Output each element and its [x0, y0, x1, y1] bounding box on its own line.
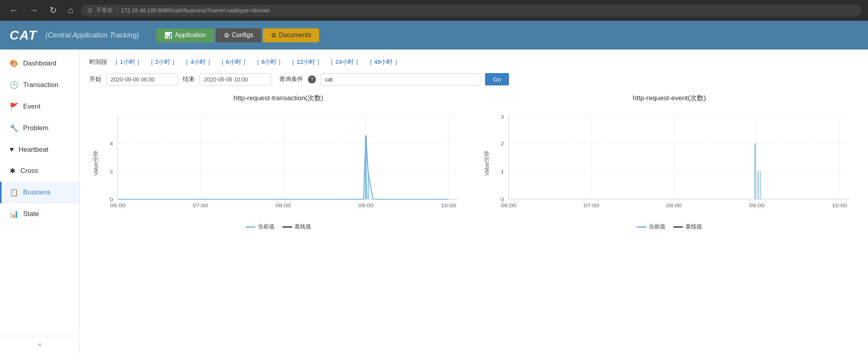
- search-input[interactable]: [321, 73, 480, 85]
- security-icon: 🛈: [87, 7, 93, 14]
- svg-text:06:00: 06:00: [110, 202, 126, 208]
- end-label: 结束: [183, 75, 195, 83]
- sidebar: 🎨 Dashboard 🕐 Transaction 🚩 Event 🔧 Prob…: [0, 50, 80, 353]
- browser-chrome: ← → ↻ ⌂ 🛈 不安全 | 172.16.48.185:8080/cat/r…: [0, 0, 868, 21]
- end-input[interactable]: [199, 73, 271, 85]
- legend1-current-label: 当前值: [258, 223, 274, 230]
- reload-button[interactable]: ↻: [46, 4, 60, 17]
- svg-text:07:00: 07:00: [584, 202, 599, 208]
- svg-text:0: 0: [501, 196, 504, 202]
- nav-documents[interactable]: ⚙ Documents: [263, 28, 319, 42]
- time-link-24h[interactable]: ［ 24小时 ］: [326, 58, 363, 67]
- svg-text:10:00: 10:00: [832, 202, 847, 208]
- chart1-svg: 0 2 4 Value/分钟 06:00 07:00 08:00 09:00 1…: [89, 107, 468, 219]
- legend2-current-line: [637, 226, 646, 228]
- documents-icon: ⚙: [271, 32, 276, 39]
- svg-rect-43: [760, 171, 761, 199]
- home-button[interactable]: ⌂: [65, 4, 76, 17]
- chart1-title: http-request-transaction(次数): [89, 93, 468, 103]
- chart2-legend: 当前值 基线值: [480, 223, 858, 230]
- legend1-current: 当前值: [246, 223, 274, 230]
- time-link-48h[interactable]: ［ 48小时 ］: [365, 58, 402, 67]
- legend2-current-label: 当前值: [649, 223, 665, 230]
- sidebar-item-event[interactable]: 🚩 Event: [0, 96, 79, 117]
- content-area: 时间段 ［ 1小时 ］ ［ 2小时 ］ ［ 4小时 ］ ［ 6小时 ］ ［ 8小…: [80, 50, 868, 353]
- nav-application[interactable]: 📊 Application: [156, 28, 214, 42]
- sidebar-item-business[interactable]: 📋 Business: [0, 182, 79, 203]
- sidebar-label-event: Event: [23, 103, 40, 111]
- svg-text:08:00: 08:00: [276, 202, 291, 208]
- svg-text:07:00: 07:00: [193, 202, 208, 208]
- dashboard-icon: 🎨: [10, 59, 18, 68]
- chart2-svg: 0 1 2 3 Value/分钟 06:00 07:00 08:00 09:00…: [480, 107, 858, 219]
- state-icon: 📊: [10, 210, 18, 218]
- time-link-1h[interactable]: ［ 1小时 ］: [110, 58, 144, 67]
- svg-text:Value/分钟: Value/分钟: [483, 151, 490, 175]
- legend1-baseline: 基线值: [282, 223, 311, 230]
- svg-text:09:00: 09:00: [749, 202, 765, 208]
- sidebar-item-dashboard[interactable]: 🎨 Dashboard: [0, 53, 79, 74]
- legend1-baseline-label: 基线值: [294, 223, 311, 230]
- event-icon: 🚩: [10, 102, 18, 111]
- svg-text:3: 3: [501, 114, 504, 120]
- svg-text:2: 2: [110, 169, 113, 175]
- sidebar-label-dashboard: Dashboard: [23, 59, 56, 67]
- chart1-legend: 当前值 基线值: [89, 223, 468, 230]
- sidebar-item-problem[interactable]: 🔧 Problem: [0, 117, 79, 139]
- sidebar-label-problem: Problem: [23, 124, 48, 132]
- svg-text:06:00: 06:00: [501, 202, 517, 208]
- application-icon: 📊: [164, 32, 172, 39]
- sidebar-item-state[interactable]: 📊 State: [0, 203, 79, 225]
- app-header: CAT (Central Application Tracking) 📊 App…: [0, 21, 868, 50]
- time-link-6h[interactable]: ［ 6小时 ］: [217, 58, 251, 67]
- chart-event: http-request-event(次数) 0 1: [480, 93, 858, 230]
- chart2-title: http-request-event(次数): [480, 93, 858, 103]
- application-label: Application: [175, 32, 206, 39]
- url-bar[interactable]: 🛈 不安全 | 172.16.48.185:8080/cat/r/busines…: [81, 4, 862, 16]
- time-period-label: 时间段: [89, 58, 107, 66]
- svg-text:0: 0: [110, 196, 113, 202]
- sidebar-label-state: State: [23, 210, 39, 218]
- heartbeat-icon: ♥: [10, 145, 14, 154]
- go-button[interactable]: Go: [485, 73, 509, 85]
- time-link-4h[interactable]: ［ 4小时 ］: [181, 58, 215, 67]
- app-subtitle: (Central Application Tracking): [45, 31, 139, 40]
- sidebar-collapse-button[interactable]: «: [0, 336, 79, 353]
- chart2-wrapper: 0 1 2 3 Value/分钟 06:00 07:00 08:00 09:00…: [480, 107, 858, 219]
- sidebar-item-heartbeat[interactable]: ♥ Heartbeat: [0, 139, 79, 160]
- legend2-baseline-line: [673, 226, 683, 228]
- svg-rect-20: [368, 173, 369, 199]
- start-label: 开始: [89, 75, 101, 83]
- time-period-bar: 时间段 ［ 1小时 ］ ［ 2小时 ］ ［ 4小时 ］ ［ 6小时 ］ ［ 8小…: [89, 58, 858, 67]
- transaction-icon: 🕐: [10, 81, 18, 89]
- sidebar-item-transaction[interactable]: 🕐 Transaction: [0, 74, 79, 96]
- svg-text:Value/分钟: Value/分钟: [92, 151, 99, 175]
- svg-text:2: 2: [501, 141, 504, 147]
- sidebar-label-heartbeat: Heartbeat: [19, 146, 49, 154]
- configs-label: Configs: [232, 32, 253, 39]
- start-input[interactable]: [106, 73, 178, 85]
- sidebar-label-cross: Cross: [20, 167, 38, 175]
- time-link-2h[interactable]: ［ 2小时 ］: [146, 58, 180, 67]
- filter-bar: 开始 结束 查询条件 ? Go: [89, 73, 858, 85]
- help-icon[interactable]: ?: [308, 75, 316, 83]
- main-layout: 🎨 Dashboard 🕐 Transaction 🚩 Event 🔧 Prob…: [0, 50, 868, 353]
- legend1-baseline-line: [282, 226, 292, 228]
- legend2-baseline: 基线值: [673, 223, 702, 230]
- documents-label: Documents: [279, 32, 311, 39]
- business-icon: 📋: [10, 188, 18, 197]
- svg-text:4: 4: [110, 141, 113, 147]
- time-link-8h[interactable]: ［ 8小时 ］: [252, 58, 286, 67]
- time-link-12h[interactable]: ［ 12小时 ］: [287, 58, 324, 67]
- svg-text:1: 1: [501, 169, 504, 175]
- problem-icon: 🔧: [10, 124, 18, 133]
- forward-button[interactable]: →: [26, 4, 41, 17]
- chart1-wrapper: 0 2 4 Value/分钟 06:00 07:00 08:00 09:00 1…: [89, 107, 468, 219]
- sidebar-item-cross[interactable]: ✱ Cross: [0, 160, 79, 182]
- app-logo: CAT: [10, 28, 37, 43]
- back-button[interactable]: ←: [6, 4, 22, 17]
- legend2-baseline-label: 基线值: [685, 223, 702, 230]
- nav-configs[interactable]: ⚙ Configs: [216, 28, 261, 42]
- header-nav: 📊 Application ⚙ Configs ⚙ Documents: [156, 28, 319, 42]
- legend2-current: 当前值: [637, 223, 665, 230]
